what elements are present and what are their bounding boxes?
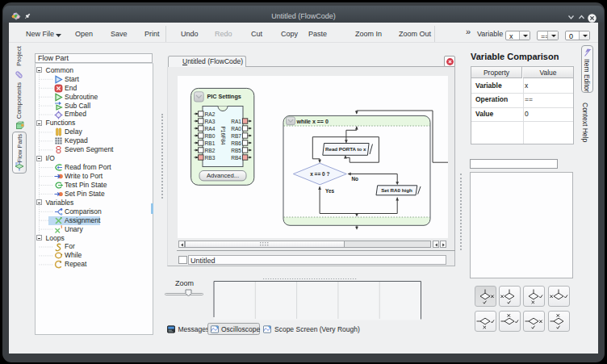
- svg-text:Set RA0 high: Set RA0 high: [381, 187, 412, 193]
- svg-text:RB5: RB5: [231, 148, 241, 153]
- svg-text:RB0: RB0: [205, 133, 216, 139]
- svg-text:RB6: RB6: [231, 140, 241, 146]
- svg-text:RA2: RA2: [205, 111, 216, 117]
- svg-text:RB2: RB2: [205, 148, 216, 153]
- svg-text:Read PORTA to x: Read PORTA to x: [325, 146, 366, 152]
- svg-text:RB1: RB1: [205, 140, 216, 146]
- svg-text:P16F84: P16F84: [220, 126, 226, 144]
- svg-text:RA1: RA1: [231, 119, 241, 124]
- svg-text:while x == 0: while x == 0: [296, 119, 329, 124]
- svg-text:Yes: Yes: [325, 188, 334, 194]
- svg-text:x == 0 ?: x == 0 ?: [310, 171, 329, 177]
- svg-text:RB3: RB3: [205, 155, 216, 161]
- svg-text:RA4: RA4: [205, 126, 216, 132]
- svg-text:RA0: RA0: [231, 126, 241, 132]
- svg-text:No: No: [352, 176, 359, 182]
- svg-text:Advanced...: Advanced...: [207, 172, 239, 179]
- svg-text:RB4: RB4: [231, 155, 241, 161]
- svg-text:PIC Settings: PIC Settings: [207, 93, 241, 100]
- svg-text:RA3: RA3: [205, 119, 216, 124]
- svg-text:RB7: RB7: [231, 133, 241, 139]
